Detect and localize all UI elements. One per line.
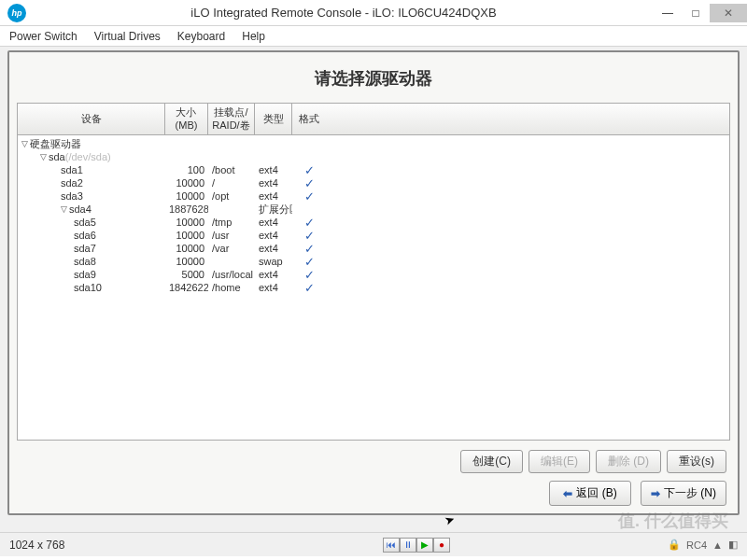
table-row[interactable]: sda95000/usr/localext4✓ bbox=[18, 268, 729, 281]
col-type[interactable]: 类型 bbox=[255, 104, 292, 134]
status-right: 🔒 RC4 ▲ ◧ bbox=[668, 539, 738, 551]
table-row[interactable]: sda210000/ext4✓ bbox=[18, 176, 729, 189]
chevron-down-icon[interactable]: ▽ bbox=[40, 152, 47, 161]
minimize-button[interactable]: — bbox=[654, 4, 682, 22]
record-icon[interactable]: ● bbox=[433, 538, 450, 553]
check-icon: ✓ bbox=[292, 281, 326, 295]
lock-icon: 🔒 bbox=[668, 539, 681, 551]
check-icon: ✓ bbox=[292, 176, 326, 190]
dialog-title: 请选择源驱动器 bbox=[17, 58, 730, 103]
check-icon: ✓ bbox=[292, 229, 326, 243]
table-header: 设备 大小 (MB) 挂载点/ RAID/卷 类型 格式 bbox=[18, 104, 729, 135]
edit-button: 编辑(E) bbox=[529, 450, 590, 473]
table-row[interactable]: ▽sda41887628扩展分区 bbox=[18, 203, 729, 216]
media-controls: ⏮ ⏸ ▶ ● bbox=[383, 538, 450, 553]
check-icon: ✓ bbox=[292, 268, 326, 282]
col-format[interactable]: 格式 bbox=[292, 104, 326, 134]
resolution-label: 1024 x 768 bbox=[9, 539, 64, 552]
chevron-down-icon[interactable]: ▽ bbox=[61, 204, 67, 214]
col-mount[interactable]: 挂载点/ RAID/卷 bbox=[208, 104, 255, 134]
check-icon: ✓ bbox=[292, 255, 326, 269]
window-title: iLO Integrated Remote Console - iLO: ILO… bbox=[34, 6, 654, 20]
arrow-left-icon: ⬅ bbox=[563, 487, 572, 500]
partition-buttons: 创建(C) 编辑(E) 删除 (D) 重设(s) bbox=[17, 441, 730, 475]
table-body: ▽硬盘驱动器▽sda (/dev/sda)sda1100/bootext4✓sd… bbox=[18, 135, 729, 294]
table-row[interactable]: sda510000/tmpext4✓ bbox=[18, 216, 729, 229]
check-icon: ✓ bbox=[292, 189, 326, 203]
play-icon[interactable]: ▶ bbox=[416, 538, 433, 553]
col-size[interactable]: 大小 (MB) bbox=[165, 104, 208, 134]
maximize-button[interactable]: □ bbox=[682, 4, 710, 22]
statusbar: 1024 x 768 ⏮ ⏸ ▶ ● 🔒 RC4 ▲ ◧ bbox=[0, 532, 747, 556]
rewind-icon[interactable]: ⏮ bbox=[383, 538, 400, 553]
check-icon: ✓ bbox=[292, 216, 326, 230]
menu-power-switch[interactable]: Power Switch bbox=[9, 30, 78, 43]
installer-dialog: 请选择源驱动器 设备 大小 (MB) 挂载点/ RAID/卷 类型 格式 ▽硬盘… bbox=[7, 50, 740, 515]
menu-keyboard[interactable]: Keyboard bbox=[177, 30, 225, 43]
check-icon: ✓ bbox=[292, 242, 326, 256]
table-row[interactable]: sda610000/usrext4✓ bbox=[18, 229, 729, 242]
table-row[interactable]: sda1100/bootext4✓ bbox=[18, 163, 729, 176]
back-button[interactable]: ⬅返回 (B) bbox=[549, 481, 631, 506]
menubar: Power Switch Virtual Drives Keyboard Hel… bbox=[0, 26, 747, 47]
nav-buttons: ⬅返回 (B) ➡下一步 (N) bbox=[17, 475, 730, 506]
chevron-down-icon[interactable]: ▽ bbox=[21, 139, 28, 148]
table-row[interactable]: ▽硬盘驱动器 bbox=[18, 137, 729, 150]
titlebar: hp iLO Integrated Remote Console - iLO: … bbox=[0, 0, 747, 26]
arrow-right-icon: ➡ bbox=[651, 487, 660, 500]
table-row[interactable]: ▽sda (/dev/sda) bbox=[18, 150, 729, 163]
pause-icon[interactable]: ⏸ bbox=[400, 538, 416, 553]
window-controls: — □ ✕ bbox=[654, 4, 747, 22]
hp-logo-icon: hp bbox=[7, 4, 26, 22]
create-button[interactable]: 创建(C) bbox=[460, 450, 523, 473]
delete-button: 删除 (D) bbox=[596, 450, 661, 473]
table-row[interactable]: sda310000/optext4✓ bbox=[18, 189, 729, 203]
partition-table: 设备 大小 (MB) 挂载点/ RAID/卷 类型 格式 ▽硬盘驱动器▽sda … bbox=[17, 103, 730, 441]
close-button[interactable]: ✕ bbox=[710, 4, 747, 22]
table-row[interactable]: sda810000swap✓ bbox=[18, 255, 729, 268]
encryption-label: RC4 bbox=[686, 539, 707, 551]
table-row[interactable]: sda710000/varext4✓ bbox=[18, 242, 729, 255]
menu-help[interactable]: Help bbox=[242, 30, 265, 43]
next-button[interactable]: ➡下一步 (N) bbox=[641, 481, 726, 506]
check-icon: ✓ bbox=[292, 163, 326, 177]
menu-virtual-drives[interactable]: Virtual Drives bbox=[94, 30, 161, 43]
signal-icon: ◧ bbox=[728, 539, 738, 551]
col-device[interactable]: 设备 bbox=[18, 104, 165, 134]
remote-console-area: 请选择源驱动器 设备 大小 (MB) 挂载点/ RAID/卷 类型 格式 ▽硬盘… bbox=[0, 47, 747, 532]
reset-button[interactable]: 重设(s) bbox=[667, 450, 726, 473]
table-row[interactable]: sda101842622/homeext4✓ bbox=[18, 281, 729, 294]
health-icon: ▲ bbox=[712, 539, 723, 551]
